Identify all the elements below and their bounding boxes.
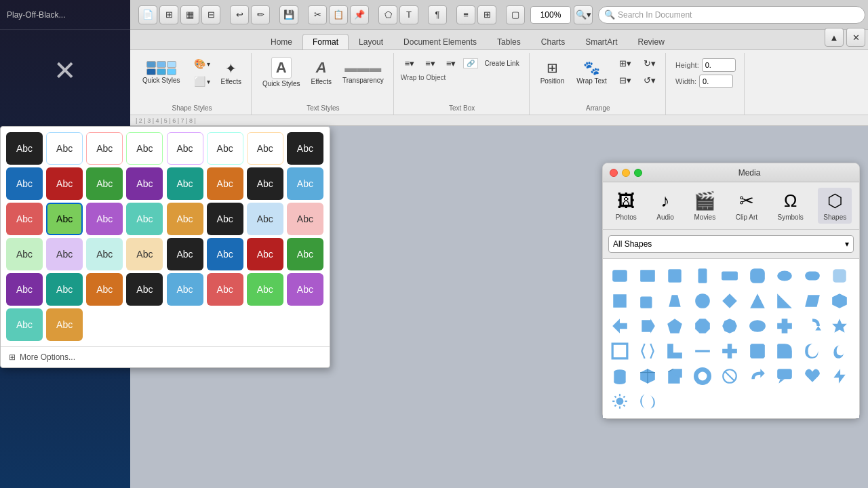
all-shapes-dropdown[interactable]: All Shapes ▾: [608, 235, 854, 253]
qs-cell[interactable]: Abc: [207, 273, 243, 306]
shape-diamond[interactable]: [718, 289, 741, 312]
collapse-button[interactable]: ▲: [825, 28, 844, 47]
tab-home[interactable]: Home: [260, 34, 302, 49]
shape-bracket[interactable]: [636, 340, 659, 363]
minimize-button[interactable]: [622, 169, 630, 177]
qs-cell[interactable]: Abc: [46, 238, 83, 270]
arrange-btn3[interactable]: ↻▾: [639, 56, 660, 71]
shape-moon[interactable]: [828, 340, 851, 363]
position-btn[interactable]: ⊞ Position: [536, 57, 569, 87]
shape-rtri[interactable]: [773, 289, 796, 312]
qs-cell[interactable]: Abc: [287, 132, 323, 165]
shape-rrect2[interactable]: [636, 289, 659, 312]
qs-cell[interactable]: Abc: [86, 238, 123, 270]
qs-cell[interactable]: Abc: [86, 167, 123, 200]
qs-cell[interactable]: Abc: [287, 273, 323, 306]
table-button[interactable]: ⊟: [201, 5, 220, 24]
zoom-search-button[interactable]: 🔍▾: [574, 5, 593, 24]
qs-cell[interactable]: Abc: [247, 273, 283, 306]
media-shapes-btn[interactable]: ⬡ Shapes: [818, 188, 852, 224]
media-audio-btn[interactable]: ♪ Audio: [651, 188, 679, 224]
shape-heart[interactable]: [801, 365, 824, 388]
shape-cross[interactable]: [773, 314, 796, 338]
more-options-btn[interactable]: ⊞ More Options...: [1, 346, 330, 367]
qs-cell[interactable]: Abc: [6, 238, 43, 270]
shape-star[interactable]: [828, 314, 851, 338]
shape-lightning[interactable]: [828, 365, 851, 388]
shape-bevel2[interactable]: [746, 340, 769, 363]
shape-box[interactable]: [663, 365, 686, 388]
indent-button[interactable]: ⊞: [477, 5, 496, 24]
media-clipart-btn[interactable]: ✂ Clip Art: [730, 188, 763, 224]
qs-cell[interactable]: Abc: [207, 167, 243, 200]
qs-cell[interactable]: Abc: [247, 167, 283, 200]
tab-smartart[interactable]: SmartArt: [575, 34, 627, 49]
shape-parallelogram[interactable]: [801, 289, 824, 312]
tab-tables[interactable]: Tables: [487, 34, 531, 49]
qs-cell-selected[interactable]: Abc: [46, 203, 83, 235]
media-movies-btn[interactable]: 🎬 Movies: [688, 188, 721, 224]
qs-cell[interactable]: Abc: [287, 203, 323, 235]
align-button[interactable]: ≡: [456, 5, 475, 24]
qs-cell[interactable]: Abc: [6, 203, 43, 235]
shape-octagon[interactable]: [691, 314, 714, 338]
quick-styles-button[interactable]: Quick Styles: [138, 60, 184, 85]
shape-rect[interactable]: [636, 264, 659, 287]
qs-cell[interactable]: Abc: [6, 308, 43, 341]
shape-square2[interactable]: [608, 289, 631, 312]
create-link-btn[interactable]: Create Link: [481, 57, 524, 70]
wrap-text-btn[interactable]: 🐾 Wrap Text: [572, 57, 611, 87]
effects-button[interactable]: ✦ Effects: [217, 58, 245, 88]
shape-no[interactable]: [718, 365, 741, 388]
shape-decagon[interactable]: [718, 314, 741, 338]
textbox-button[interactable]: T: [399, 5, 418, 24]
qs-cell[interactable]: Abc: [207, 132, 243, 165]
qs-cell[interactable]: Abc: [247, 203, 283, 235]
shape-rounded-rect[interactable]: [608, 264, 631, 287]
qs-cell[interactable]: Abc: [6, 273, 43, 306]
media-photos-btn[interactable]: 🖼 Photos: [610, 188, 642, 224]
qs-cell[interactable]: Abc: [287, 238, 323, 270]
undo-button[interactable]: ↩: [230, 5, 249, 24]
shape-l-shape[interactable]: [663, 340, 686, 363]
shape-pentagon[interactable]: [663, 314, 686, 338]
redo-button[interactable]: ✏: [251, 5, 270, 24]
shape-crescent[interactable]: [801, 340, 824, 363]
qs-cell[interactable]: Abc: [86, 273, 123, 306]
new-doc-button[interactable]: 📄: [138, 5, 157, 24]
shape-trapezoid[interactable]: [663, 289, 686, 312]
list-btn1[interactable]: ≡▾: [401, 56, 419, 71]
qs-cell[interactable]: Abc: [167, 132, 203, 165]
shape-arrow-right-bend[interactable]: [636, 314, 659, 338]
shape-triangle[interactable]: [746, 289, 769, 312]
paragraph-button[interactable]: ¶: [428, 5, 447, 24]
shape-wide-rect[interactable]: [718, 264, 741, 287]
layout-button[interactable]: ▦: [180, 5, 199, 24]
shape-ellipse[interactable]: [746, 314, 769, 338]
shape-sun[interactable]: [608, 390, 631, 413]
qs-cell[interactable]: Abc: [247, 132, 283, 165]
shape-stadium[interactable]: [773, 264, 796, 287]
paste-button[interactable]: 📌: [350, 5, 369, 24]
shape-cylinder-h[interactable]: [801, 264, 824, 287]
shape-bevel[interactable]: [828, 264, 851, 287]
qs-cell[interactable]: Abc: [167, 167, 203, 200]
tab-review[interactable]: Review: [627, 34, 674, 49]
shape-circle[interactable]: [691, 289, 714, 312]
qs-cell[interactable]: Abc: [207, 203, 243, 235]
qs-cell[interactable]: Abc: [86, 132, 123, 165]
transparency-button[interactable]: ▬▬▬ Transparency: [338, 58, 388, 87]
shape-tall-rect[interactable]: [691, 264, 714, 287]
qs-cell[interactable]: Abc: [167, 273, 203, 306]
shape-button[interactable]: ⬠: [378, 5, 397, 24]
width-input[interactable]: 0.: [699, 75, 733, 88]
shape-arrow-curved2[interactable]: [746, 365, 769, 388]
shape-cylinder[interactable]: [608, 365, 631, 388]
text-effects-button[interactable]: A Effects: [307, 56, 336, 88]
qs-cell[interactable]: Abc: [207, 238, 243, 270]
shape-arrow-left[interactable]: [608, 314, 631, 338]
qs-cell[interactable]: Abc: [126, 132, 163, 165]
shape-crescent2[interactable]: [636, 390, 659, 413]
shape-arrow-curved[interactable]: [801, 314, 824, 338]
qs-cell[interactable]: Abc: [46, 308, 83, 341]
